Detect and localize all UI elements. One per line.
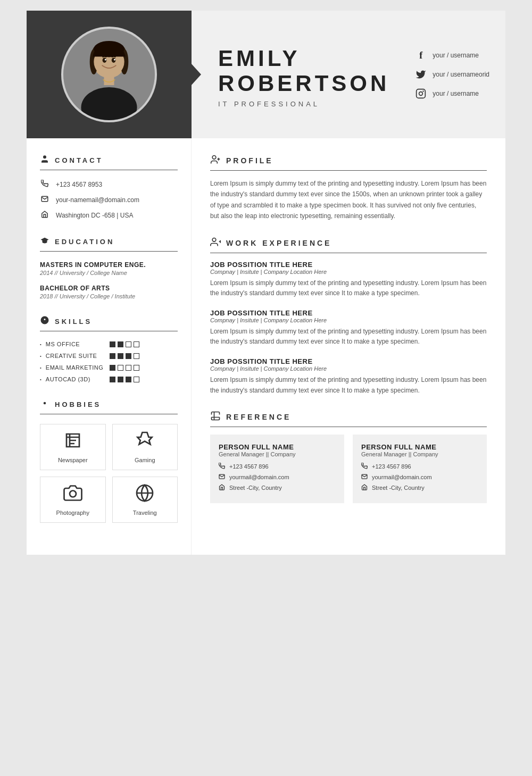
skill-dot (118, 341, 123, 347)
ref-address-val-1: Street -City, Country (372, 485, 425, 491)
job-title-1: JOB POSSITION TITLE HERE (210, 309, 487, 317)
edu-year-1: 2018 // University / College / Institute (40, 293, 178, 299)
skill-name-3: AUTOCAD (3D) (46, 376, 104, 382)
header-photo-area (27, 11, 192, 138)
ref-address-val-0: Street -City, Country (229, 485, 282, 491)
twitter-username: your / usernameorid (433, 71, 489, 78)
instagram-social: your / username (414, 87, 489, 100)
job-title-2: JOB POSSITION TITLE HERE (210, 357, 487, 365)
ref-email-0: yourmail@domain.com (219, 473, 336, 481)
edu-degree-1: BACHELOR OF ARTS (40, 285, 178, 292)
profile-text: Lorem Ipsum is simply dummy text of the … (210, 178, 487, 222)
reference-grid: PERSON FULL NAME General Manager || Comp… (210, 435, 487, 503)
edu-entry-0: MASTERS IN COMPUTER ENGE. 2014 // Univer… (40, 261, 178, 276)
job-desc-0: Lorem Ipsum is simply dummy text of the … (210, 278, 487, 298)
ref-phone-icon-0 (219, 463, 225, 471)
skill-dot (110, 353, 115, 359)
skill-dot (118, 353, 123, 359)
hobbies-divider (40, 414, 178, 414)
job-entry-2: JOB POSSITION TITLE HERE Compnay | Insit… (210, 357, 487, 395)
job-company-0: Compnay | Insitute | Company Location He… (210, 269, 487, 275)
ref-phone-icon-1 (361, 463, 368, 471)
phone-item: +123 4567 8953 (40, 180, 178, 189)
skill-dot (134, 365, 139, 371)
hobbies-grid: Newspaper Gaming Photography (40, 424, 178, 523)
svg-rect-11 (104, 76, 114, 85)
ref-email-val-1: yourmail@domain.com (372, 474, 432, 480)
ref-address-0: Street -City, Country (219, 484, 336, 492)
edu-degree-0: MASTERS IN COMPUTER ENGE. (40, 261, 178, 269)
address-item: Washington DC -658 | USA (40, 211, 178, 220)
skills-section: SKILLS • MS OFFICE • CR (40, 315, 178, 382)
skill-dot (134, 341, 139, 347)
profile-title-row: PROFILE (210, 154, 487, 167)
hobby-gaming: Gaming (112, 424, 178, 470)
edu-entry-1: BACHELOR OF ARTS 2018 // University / Co… (40, 285, 178, 299)
skill-dot (126, 353, 131, 359)
ref-address-icon-0 (219, 484, 225, 492)
ref-phone-0: +123 4567 896 (219, 463, 336, 471)
contact-heading: CONTACT (55, 156, 103, 164)
education-heading: EDUCATION (55, 238, 114, 246)
twitter-social: your / usernameorid (414, 68, 489, 81)
ref-address-1: Street -City, Country (361, 484, 478, 492)
profile-divider (210, 170, 487, 171)
edu-year-0: 2014 // University / College Name (40, 270, 178, 276)
skill-row-1: • CREATIVE SUITE (40, 353, 178, 359)
svg-point-16 (43, 155, 46, 158)
skill-dot (110, 341, 115, 347)
svg-point-20 (212, 156, 216, 160)
education-section: EDUCATION MASTERS IN COMPUTER ENGE. 2014… (40, 236, 178, 299)
education-title-row: EDUCATION (40, 236, 178, 248)
phone-value: +123 4567 8953 (56, 181, 102, 188)
ref-name-1: PERSON FULL NAME (361, 443, 478, 451)
ref-card-1: PERSON FULL NAME General Manager || Comp… (353, 435, 487, 503)
skill-dots-0 (110, 341, 139, 347)
twitter-icon (414, 68, 427, 81)
job-desc-2: Lorem Ipsum is simply dummy text of the … (210, 375, 487, 395)
skill-dot (126, 341, 131, 347)
skill-bullet-2: • (40, 365, 41, 370)
skills-heading: SKILLS (55, 318, 92, 326)
ref-name-0: PERSON FULL NAME (219, 443, 336, 451)
reference-icon (210, 411, 221, 423)
hobby-traveling: Traveling (112, 477, 178, 523)
skill-row-2: • EMAIL MARKETING (40, 364, 178, 371)
facebook-username: your / username (433, 52, 479, 59)
facebook-social: f your / username (414, 49, 489, 62)
ref-email-icon-1 (361, 473, 368, 481)
skill-dots-2 (110, 365, 139, 371)
avatar (61, 27, 157, 122)
work-divider (210, 253, 487, 253)
skill-dot (126, 377, 131, 382)
main-content: PROFILE Lorem Ipsum is simply dummy text… (192, 138, 505, 555)
skill-row-3: • AUTOCAD (3D) (40, 376, 178, 382)
skill-dot (118, 377, 123, 382)
work-heading: WORK EXPERIENCE (226, 239, 331, 247)
header: EMILY ROBERTSON IT PROFESSIONAL f your /… (27, 11, 505, 138)
resume-container: EMILY ROBERTSON IT PROFESSIONAL f your /… (27, 11, 505, 555)
skill-bullet-0: • (40, 342, 41, 347)
contact-section: CONTACT +123 4567 8953 your-namemail@dom… (40, 154, 178, 220)
education-divider (40, 251, 178, 252)
svg-point-23 (212, 238, 216, 241)
ref-phone-1: +123 4567 896 (361, 463, 478, 471)
skills-icon (40, 315, 49, 328)
header-info: EMILY ROBERTSON IT PROFESSIONAL f your /… (192, 11, 505, 138)
profile-icon (210, 154, 221, 167)
reference-heading: REFERENCE (226, 413, 291, 421)
job-title-0: JOB POSSITION TITLE HERE (210, 261, 487, 269)
ref-phone-val-0: +123 4567 896 (229, 463, 269, 470)
skill-bullet-1: • (40, 354, 41, 358)
education-icon (40, 236, 49, 248)
skill-dots-3 (110, 377, 139, 382)
ref-email-icon-0 (219, 473, 225, 481)
hobbies-section: HOBBIES Newspaper Gaming (40, 398, 178, 523)
email-icon (40, 195, 49, 204)
contact-title-row: CONTACT (40, 154, 178, 166)
skill-name-2: EMAIL MARKETING (46, 364, 104, 371)
contact-divider (40, 170, 178, 170)
instagram-username: your / username (433, 90, 479, 97)
ref-phone-val-1: +123 4567 896 (372, 463, 411, 470)
instagram-icon (414, 87, 427, 100)
